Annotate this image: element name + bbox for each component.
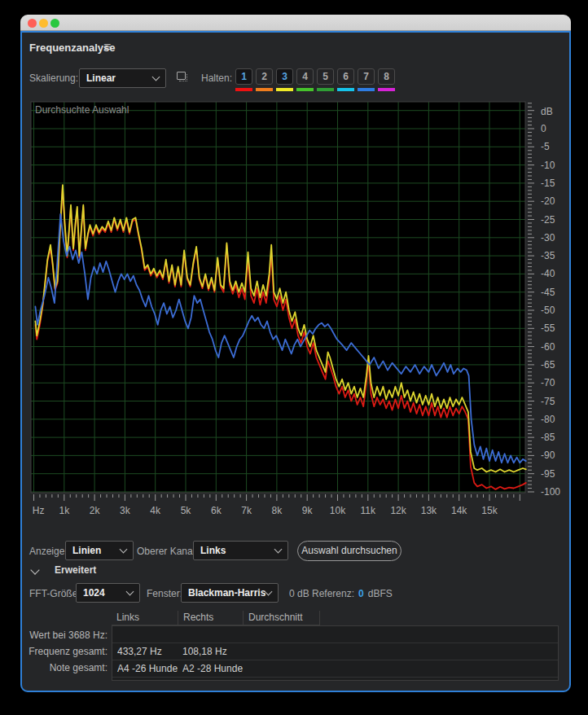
- erweitert-label[interactable]: Erweitert: [55, 564, 96, 576]
- halten-color-bar: [296, 88, 314, 91]
- db-ruler[interactable]: [528, 103, 534, 492]
- fenster-dropdown[interactable]: Blackman-Harris: [181, 583, 279, 603]
- y-tick-label: -55: [541, 322, 555, 334]
- minimize-window-button[interactable]: [39, 19, 48, 28]
- fenster-label: Fenster:: [147, 587, 182, 600]
- titlebar[interactable]: [20, 15, 571, 31]
- results-table: 433,27 Hz 108,18 Hz A4 -26 Hundert A2 -2…: [112, 625, 559, 681]
- table-column-headers: Links Rechts Durchschnitt: [112, 611, 320, 625]
- column-header-rechts: Rechts: [178, 611, 244, 625]
- y-tick-label: -100: [541, 486, 560, 498]
- auswahl-durchsuchen-button[interactable]: Auswahl durchsuchen: [297, 541, 402, 561]
- db-axis-label: dB: [541, 106, 553, 117]
- cell-frequenz-rechts: 108,18 Hz: [182, 643, 243, 660]
- table-row: [112, 626, 558, 643]
- spectrum-svg[interactable]: Durchsuchte AuswahlHz1k2k3k4k5k6k7k8k9k1…: [27, 98, 561, 521]
- halten-color-bar: [276, 88, 293, 91]
- referenz-row: 0 dB Referenz: 0 dBFS: [289, 587, 393, 600]
- fenster-value: Blackman-Harris: [188, 587, 265, 599]
- oberer-kanal-value: Links: [200, 545, 275, 556]
- row-label-wert: Wert bei 3688 Hz:: [22, 629, 108, 642]
- row-label-frequenz: Frequenz gesamt:: [22, 645, 108, 658]
- fft-groesse-value: 1024: [83, 587, 127, 599]
- halten-button-2[interactable]: 2: [256, 68, 273, 91]
- y-tick-label: -70: [541, 377, 555, 388]
- plot-overlay-title: Durchsuchte Auswahl: [35, 104, 129, 116]
- anzeige-label: Anzeige:: [29, 545, 68, 558]
- cell-frequenz-links: 433,27 Hz: [117, 643, 178, 660]
- chevron-down-icon: [126, 587, 134, 595]
- frequency-ruler[interactable]: [34, 494, 520, 501]
- x-tick-label: 12k: [390, 505, 406, 516]
- halten-button-5[interactable]: 5: [317, 68, 334, 91]
- halten-color-bar: [235, 88, 252, 91]
- zoom-window-button[interactable]: [50, 19, 59, 28]
- y-tick-label: 0: [541, 123, 546, 134]
- y-tick-label: -90: [541, 450, 555, 461]
- halten-button-7[interactable]: 7: [358, 68, 375, 91]
- erweitert-collapse-icon[interactable]: [30, 565, 39, 574]
- halten-button-4[interactable]: 4: [296, 68, 314, 91]
- y-tick-label: -45: [541, 287, 555, 298]
- x-tick-label: 15k: [481, 505, 498, 516]
- panel-title: Frequenzanalyse: [29, 42, 116, 54]
- oberer-kanal-label: Oberer Kanal:: [137, 545, 198, 558]
- y-tick-label: -60: [541, 341, 555, 353]
- y-tick-label: -85: [541, 432, 555, 443]
- y-tick-label: -10: [541, 160, 555, 171]
- halten-button-3[interactable]: 3: [276, 68, 293, 91]
- halten-button-1[interactable]: 1: [235, 68, 252, 91]
- chevron-down-icon: [120, 545, 128, 553]
- halten-buttons: 12345678: [235, 68, 395, 91]
- column-header-durchschnitt: Durchschnitt: [244, 611, 320, 625]
- y-tick-label: -75: [541, 396, 555, 407]
- halten-button-6[interactable]: 6: [337, 68, 354, 91]
- x-tick-label: 1k: [59, 505, 70, 516]
- y-tick-label: -25: [541, 214, 555, 226]
- x-tick-label: 3k: [120, 505, 131, 516]
- y-tick-label: -50: [541, 305, 555, 316]
- anzeige-value: Linien: [72, 545, 121, 556]
- table-row: A4 -26 Hundert A2 -28 Hundert: [112, 660, 558, 678]
- table-row: [112, 678, 558, 683]
- chevron-down-icon: [152, 72, 160, 81]
- close-window-button[interactable]: [28, 19, 37, 28]
- anzeige-dropdown[interactable]: Linien: [65, 541, 134, 560]
- x-tick-label: 10k: [330, 505, 346, 516]
- chevron-down-icon: [274, 545, 283, 553]
- halten-color-bar: [256, 88, 273, 91]
- halten-button-8[interactable]: 8: [378, 68, 395, 91]
- skalierung-dropdown[interactable]: Linear: [79, 68, 166, 88]
- x-tick-label: 4k: [150, 505, 161, 516]
- fft-groesse-dropdown[interactable]: 1024: [76, 583, 140, 603]
- y-tick-label: -80: [541, 414, 555, 425]
- y-tick-label: -30: [541, 232, 555, 243]
- x-tick-label: 9k: [302, 505, 314, 516]
- row-label-note: Note gesamt:: [22, 661, 108, 674]
- frequency-analysis-window: Frequenzanalyse ≡ Skalierung: Linear Hal…: [20, 15, 571, 692]
- x-tick-label: 2k: [90, 505, 101, 516]
- y-tick-label: -40: [541, 268, 555, 279]
- halten-color-bar: [317, 88, 334, 91]
- halten-label: Halten:: [201, 72, 232, 85]
- skalierung-label: Skalierung:: [29, 72, 78, 85]
- halten-color-bar: [358, 88, 375, 91]
- panel-menu-icon[interactable]: ≡: [103, 40, 111, 55]
- chevron-down-icon: [265, 587, 273, 595]
- halten-color-bar: [378, 88, 395, 91]
- cell-note-durchschnitt: [248, 660, 321, 677]
- x-tick-label: 14k: [451, 505, 467, 516]
- referenz-label: 0 dB Referenz:: [289, 587, 354, 600]
- oberer-kanal-dropdown[interactable]: Links: [193, 541, 288, 560]
- referenz-value: 0: [358, 587, 364, 600]
- x-tick-label: 5k: [181, 505, 192, 516]
- fft-groesse-label: FFT-Größe:: [29, 587, 81, 600]
- screen: Frequenzanalyse ≡ Skalierung: Linear Hal…: [0, 0, 588, 715]
- x-tick-label: 11k: [361, 505, 376, 516]
- x-tick-label: 7k: [241, 505, 252, 516]
- referenz-unit: dBFS: [368, 587, 393, 600]
- cell-frequenz-durchschnitt: [248, 643, 321, 660]
- cell-wert-rechts: [182, 626, 243, 643]
- snapshot-icon[interactable]: [177, 72, 190, 84]
- x-tick-label: 13k: [421, 505, 437, 516]
